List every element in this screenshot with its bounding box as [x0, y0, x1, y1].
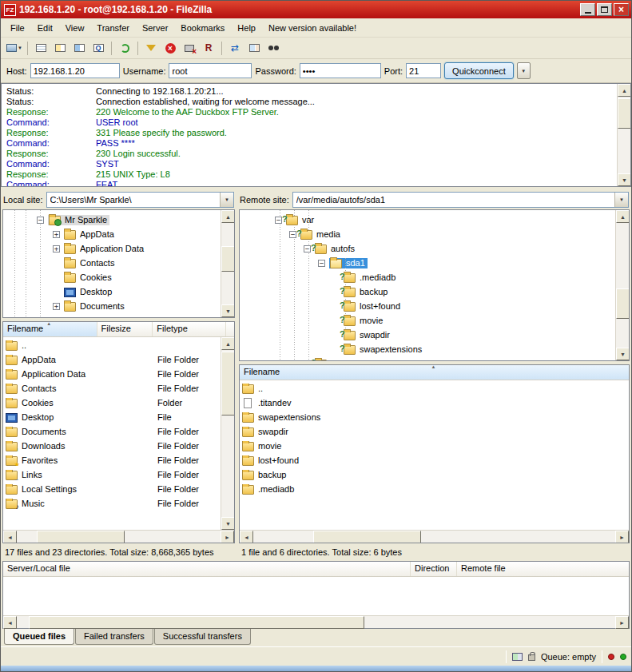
- scroll-left-icon[interactable]: ◄: [240, 531, 253, 543]
- menu-file[interactable]: File: [4, 21, 31, 35]
- table-row[interactable]: backup: [240, 467, 629, 482]
- toggle-local-tree-icon[interactable]: [50, 39, 70, 57]
- table-row[interactable]: ContactsFile Folder: [3, 381, 221, 396]
- scrollbar-thumb[interactable]: [29, 616, 364, 629]
- scroll-up-icon[interactable]: ▲: [221, 210, 235, 223]
- tree-item-appdata[interactable]: AppData: [53, 227, 218, 241]
- site-manager-icon[interactable]: ▼: [5, 39, 24, 57]
- tree-item-contacts[interactable]: Contacts: [53, 256, 218, 270]
- sync-browsing-icon[interactable]: [225, 39, 244, 57]
- tree-item-mediadb[interactable]: .mediadb: [344, 270, 613, 284]
- scrollbar-thumb[interactable]: [221, 246, 235, 272]
- table-row[interactable]: .mediadb: [240, 482, 629, 496]
- table-row[interactable]: AppDataFile Folder: [3, 352, 221, 367]
- table-row[interactable]: swapextensions: [240, 410, 629, 424]
- table-row[interactable]: CookiesFolder: [3, 396, 221, 410]
- filter-icon[interactable]: [141, 39, 161, 57]
- scroll-up-icon[interactable]: ▲: [616, 210, 630, 223]
- disconnect-icon[interactable]: [180, 39, 199, 57]
- cancel-icon[interactable]: [161, 39, 180, 57]
- expand-icon[interactable]: [53, 231, 60, 238]
- table-row[interactable]: LinksFile Folder: [3, 467, 221, 482]
- scroll-right-icon[interactable]: ►: [615, 616, 629, 629]
- local-site-combobox[interactable]: C:\Users\Mr Sparkle\: [46, 192, 234, 208]
- collapse-icon[interactable]: [304, 245, 311, 252]
- table-row[interactable]: swapdir: [240, 424, 629, 439]
- scroll-down-icon[interactable]: ▼: [616, 348, 630, 360]
- column-filename[interactable]: Filename: [3, 322, 97, 336]
- table-row[interactable]: lost+found: [240, 453, 629, 467]
- scroll-up-icon[interactable]: ▲: [221, 337, 235, 350]
- local-list-vscrollbar[interactable]: ▲ ▼: [221, 337, 234, 530]
- chevron-down-icon[interactable]: [614, 193, 628, 207]
- tree-item-swapextensions[interactable]: swapextensions: [344, 342, 613, 356]
- menu-bookmarks[interactable]: Bookmarks: [174, 21, 231, 35]
- find-files-icon[interactable]: [264, 39, 283, 57]
- collapse-icon[interactable]: [275, 217, 282, 224]
- minimize-button[interactable]: [580, 3, 595, 16]
- tree-item-cookies[interactable]: Cookies: [53, 270, 218, 284]
- quickconnect-dropdown-icon[interactable]: [517, 62, 531, 79]
- remote-tree-scrollbar[interactable]: ▲ ▼: [615, 210, 629, 360]
- host-input[interactable]: [30, 63, 120, 78]
- remote-site-combobox[interactable]: /var/media/autofs/sda1: [292, 192, 629, 208]
- tree-item-lost-found[interactable]: lost+found: [344, 299, 613, 313]
- username-input[interactable]: [169, 63, 252, 78]
- column-filetype[interactable]: Filetype: [153, 322, 226, 336]
- scroll-right-icon[interactable]: ►: [615, 531, 629, 543]
- menu-transfer[interactable]: Transfer: [90, 21, 136, 35]
- column-remote-file[interactable]: Remote file: [457, 562, 629, 576]
- scroll-right-icon[interactable]: ►: [221, 531, 234, 543]
- collapse-icon[interactable]: [318, 260, 325, 267]
- remote-list-hscrollbar[interactable]: ◄ ►: [240, 530, 629, 543]
- toggle-remote-tree-icon[interactable]: [70, 39, 89, 57]
- expand-icon[interactable]: [53, 245, 60, 252]
- scroll-down-icon[interactable]: ▼: [221, 517, 235, 530]
- column-server-local-file[interactable]: Server/Local file: [3, 562, 411, 576]
- scrollbar-thumb[interactable]: [313, 531, 421, 543]
- local-tree-scrollbar[interactable]: ▲ ▼: [221, 210, 234, 317]
- tree-item-desktop[interactable]: Desktop: [53, 284, 218, 299]
- tree-item-media[interactable]: media: [289, 227, 613, 241]
- table-row[interactable]: DocumentsFile Folder: [3, 424, 221, 439]
- directory-comparison-icon[interactable]: [244, 39, 264, 57]
- table-row[interactable]: movie: [240, 439, 629, 453]
- maximize-button[interactable]: [597, 3, 612, 16]
- scrollbar-thumb[interactable]: [616, 288, 630, 319]
- menu-new-version[interactable]: New version available!: [262, 21, 363, 35]
- reconnect-icon[interactable]: [199, 39, 218, 57]
- table-row[interactable]: ..: [3, 338, 221, 352]
- table-row[interactable]: DesktopFile: [3, 410, 221, 424]
- expand-icon[interactable]: [53, 303, 60, 310]
- table-row[interactable]: .titandev: [240, 396, 629, 410]
- toggle-message-log-icon[interactable]: [31, 39, 50, 57]
- tree-item-backup[interactable]: backup: [344, 284, 613, 299]
- scrollbar-thumb[interactable]: [618, 98, 631, 129]
- tree-item-autofs[interactable]: autofs: [304, 241, 613, 256]
- quickconnect-button[interactable]: Quickconnect: [444, 62, 514, 79]
- local-list-hscrollbar[interactable]: ◄ ►: [3, 530, 234, 543]
- tree-item-documents[interactable]: Documents: [53, 299, 218, 313]
- scroll-up-icon[interactable]: ▲: [618, 84, 631, 97]
- chevron-down-icon[interactable]: [220, 193, 233, 207]
- table-row[interactable]: Application DataFile Folder: [3, 367, 221, 381]
- table-row[interactable]: MusicFile Folder: [3, 496, 221, 511]
- password-input[interactable]: [300, 63, 381, 78]
- scroll-down-icon[interactable]: ▼: [221, 304, 235, 317]
- table-row[interactable]: Local SettingsFile Folder: [3, 482, 221, 496]
- close-button[interactable]: [614, 3, 629, 16]
- menu-edit[interactable]: Edit: [31, 21, 59, 35]
- tree-item-swapdir[interactable]: swapdir: [344, 328, 613, 342]
- queue-hscrollbar[interactable]: ◄ ►: [3, 615, 629, 628]
- menu-view[interactable]: View: [59, 21, 91, 35]
- scroll-left-icon[interactable]: ◄: [3, 531, 17, 543]
- column-filesize[interactable]: Filesize: [97, 322, 153, 336]
- column-direction[interactable]: Direction: [411, 562, 457, 576]
- port-input[interactable]: [406, 63, 441, 78]
- scroll-left-icon[interactable]: ◄: [3, 616, 17, 629]
- table-row[interactable]: FavoritesFile Folder: [3, 453, 221, 467]
- tab-successful-transfers[interactable]: Successful transfers: [154, 629, 251, 645]
- collapse-icon[interactable]: [289, 231, 296, 238]
- tree-item-application-data[interactable]: Application Data: [53, 241, 218, 256]
- table-row[interactable]: DownloadsFile Folder: [3, 439, 221, 453]
